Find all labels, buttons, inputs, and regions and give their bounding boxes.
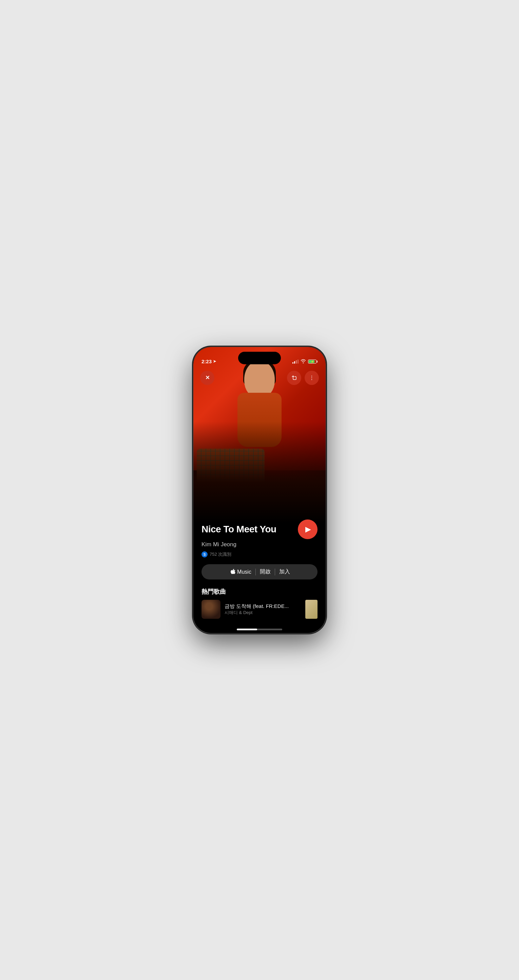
location-icon: ➤ (213, 359, 216, 364)
song-list-item[interactable]: 금방 도착해 (feat. FR:EDE... 시매디 & Dept (201, 600, 318, 619)
dynamic-island (238, 352, 281, 364)
apple-music-logo: Music (229, 569, 251, 575)
open-button[interactable]: 開啟 (260, 568, 271, 575)
song-thumbnail (201, 600, 220, 619)
more-button[interactable] (305, 371, 319, 385)
hot-songs-section: 熱門歌曲 금방 도착해 (feat. FR:EDE... 시매디 & Dept (201, 588, 318, 619)
song-list-title: 금방 도착해 (feat. FR:EDE... (225, 603, 301, 609)
play-icon: ▶ (305, 525, 311, 534)
divider (256, 569, 256, 575)
apple-music-label: Music (237, 569, 251, 575)
play-button[interactable]: ▶ (298, 519, 318, 539)
svg-point-1 (311, 377, 312, 378)
more-icon (309, 375, 315, 381)
share-button[interactable] (287, 371, 301, 385)
battery-icon: ⚡ (308, 360, 318, 364)
svg-point-2 (311, 379, 312, 380)
shazam-logo: S (201, 551, 208, 557)
phone-frame: 2:23 ➤ (193, 347, 326, 633)
apple-music-bar: Music 開啟 加入 (201, 564, 318, 579)
artist-name: Kim Mi Jeong (201, 541, 318, 548)
close-button[interactable]: ✕ (200, 371, 214, 385)
time-label: 2:23 (201, 358, 212, 364)
signal-icon (292, 360, 299, 364)
content-area: Nice To Meet You ▶ Kim Mi Jeong S 752 次識… (193, 513, 326, 633)
top-right-actions (287, 371, 319, 385)
shazam-row: S 752 次識別 (201, 551, 318, 557)
wifi-icon (300, 359, 306, 364)
song-title-row: Nice To Meet You ▶ (201, 519, 318, 539)
join-button[interactable]: 加入 (279, 568, 290, 575)
song-thumbnail-partial (305, 600, 318, 619)
apple-logo-icon (231, 569, 235, 575)
close-icon: ✕ (205, 375, 210, 380)
hot-songs-title: 熱門歌曲 (201, 588, 318, 596)
share-icon (291, 375, 297, 381)
status-icons: ⚡ (292, 359, 318, 364)
phone-screen: 2:23 ➤ (193, 347, 326, 633)
status-time: 2:23 ➤ (201, 358, 216, 364)
song-list-artist: 시매디 & Dept (225, 609, 301, 616)
svg-point-0 (311, 376, 312, 377)
shazam-count: 752 次識別 (210, 551, 232, 557)
song-title: Nice To Meet You (201, 524, 294, 535)
